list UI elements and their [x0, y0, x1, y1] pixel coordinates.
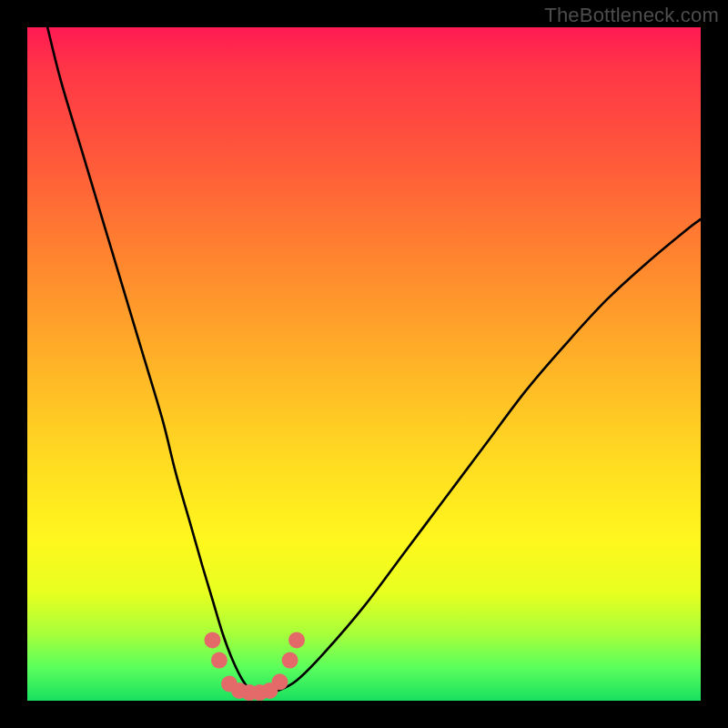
plot-area — [27, 27, 701, 701]
marker-point — [282, 652, 298, 669]
marker-point — [272, 673, 288, 690]
chart-frame: TheBottleneck.com — [0, 0, 728, 728]
marker-point — [288, 632, 305, 648]
marker-point — [205, 632, 221, 648]
bottleneck-curve — [47, 27, 701, 694]
watermark-text: TheBottleneck.com — [544, 4, 719, 27]
marker-point — [211, 652, 228, 669]
marker-group — [205, 632, 306, 701]
curve-svg — [27, 27, 701, 701]
